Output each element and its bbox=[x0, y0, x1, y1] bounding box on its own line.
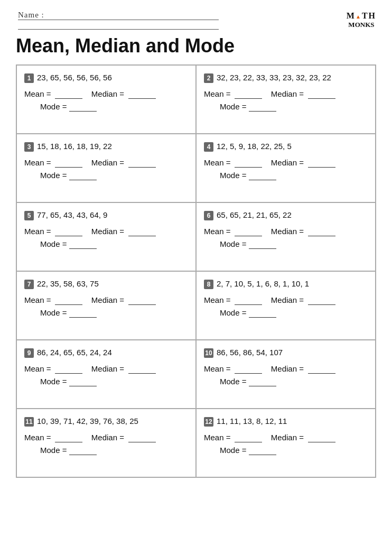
mode-row-11: Mode = bbox=[40, 446, 188, 455]
problem-data-3: 315, 18, 16, 18, 19, 22 bbox=[24, 142, 188, 152]
mean-median-row-10: Mean = Median = bbox=[204, 364, 368, 374]
problem-cell-12: 1211, 11, 13, 8, 12, 11 Mean = Median = … bbox=[196, 409, 376, 477]
median-label-6: Median = bbox=[266, 227, 303, 236]
name-underline bbox=[18, 20, 219, 30]
problem-data-7: 722, 35, 58, 63, 75 bbox=[24, 279, 188, 289]
mean-median-row-11: Mean = Median = bbox=[24, 433, 188, 442]
mode-field-7[interactable] bbox=[69, 308, 97, 318]
median-field-11[interactable] bbox=[128, 433, 156, 442]
mode-field-10[interactable] bbox=[249, 377, 276, 386]
mean-median-row-4: Mean = Median = bbox=[204, 158, 368, 168]
median-field-1[interactable] bbox=[128, 89, 156, 99]
problem-cell-7: 722, 35, 58, 63, 75 Mean = Median = Mode… bbox=[16, 271, 196, 340]
page-title: Mean, Median and Mode bbox=[16, 35, 376, 57]
median-field-4[interactable] bbox=[308, 158, 335, 168]
mean-field-8[interactable] bbox=[235, 295, 262, 305]
median-field-9[interactable] bbox=[128, 364, 156, 374]
mean-field-1[interactable] bbox=[55, 89, 82, 99]
mode-field-8[interactable] bbox=[249, 308, 276, 318]
mean-label-3: Mean = bbox=[24, 158, 51, 167]
median-label-7: Median = bbox=[87, 295, 124, 304]
mode-label-6: Mode = bbox=[220, 239, 246, 248]
median-field-6[interactable] bbox=[308, 227, 335, 236]
mode-field-12[interactable] bbox=[249, 446, 276, 455]
mean-label-4: Mean = bbox=[204, 158, 230, 167]
mode-row-3: Mode = bbox=[40, 171, 188, 180]
logo: M▲TH MONKS bbox=[347, 11, 376, 29]
mean-field-6[interactable] bbox=[235, 227, 262, 236]
median-label-4: Median = bbox=[266, 158, 303, 167]
header: Name : M▲TH MONKS bbox=[16, 11, 376, 30]
logo-triangle: ▲ bbox=[356, 14, 362, 20]
mode-label-8: Mode = bbox=[220, 308, 246, 317]
problem-cell-3: 315, 18, 16, 18, 19, 22 Mean = Median = … bbox=[16, 134, 196, 202]
mode-label-10: Mode = bbox=[220, 377, 246, 386]
problem-data-10: 1086, 56, 86, 54, 107 bbox=[204, 348, 368, 358]
mean-field-4[interactable] bbox=[235, 158, 262, 168]
median-label-2: Median = bbox=[266, 89, 303, 98]
mean-label-12: Mean = bbox=[204, 433, 230, 442]
problem-number-8: 8 bbox=[204, 280, 213, 289]
problem-data-12: 1211, 11, 13, 8, 12, 11 bbox=[204, 417, 368, 427]
problem-number-12: 12 bbox=[204, 417, 213, 427]
median-field-2[interactable] bbox=[308, 89, 335, 99]
problem-cell-6: 665, 65, 21, 21, 65, 22 Mean = Median = … bbox=[196, 202, 376, 271]
problem-cell-11: 1110, 39, 71, 42, 39, 76, 38, 25 Mean = … bbox=[16, 409, 196, 477]
mode-row-10: Mode = bbox=[220, 377, 368, 386]
mean-label-9: Mean = bbox=[24, 364, 51, 373]
logo-math: M▲TH bbox=[347, 11, 376, 21]
median-label-9: Median = bbox=[87, 364, 124, 373]
mode-field-5[interactable] bbox=[69, 239, 97, 249]
median-field-5[interactable] bbox=[128, 227, 156, 236]
mean-field-5[interactable] bbox=[55, 227, 82, 236]
problem-data-11: 1110, 39, 71, 42, 39, 76, 38, 25 bbox=[24, 417, 188, 427]
problem-cell-2: 232, 23, 22, 33, 33, 23, 32, 23, 22 Mean… bbox=[196, 65, 376, 134]
mean-label-1: Mean = bbox=[24, 89, 51, 98]
problem-number-6: 6 bbox=[204, 211, 213, 220]
mean-median-row-2: Mean = Median = bbox=[204, 89, 368, 99]
median-field-8[interactable] bbox=[308, 295, 335, 305]
mean-median-row-3: Mean = Median = bbox=[24, 158, 188, 168]
median-field-10[interactable] bbox=[308, 364, 335, 374]
median-field-3[interactable] bbox=[128, 158, 156, 168]
mode-field-1[interactable] bbox=[69, 102, 97, 112]
median-label-3: Median = bbox=[87, 158, 124, 167]
problem-number-1: 1 bbox=[24, 73, 34, 83]
mean-field-11[interactable] bbox=[55, 433, 82, 442]
mean-median-row-7: Mean = Median = bbox=[24, 295, 188, 305]
problem-data-1: 123, 65, 56, 56, 56, 56 bbox=[24, 73, 188, 83]
mode-field-6[interactable] bbox=[249, 239, 276, 249]
problem-data-8: 82, 7, 10, 5, 1, 6, 8, 1, 10, 1 bbox=[204, 279, 368, 289]
mode-row-1: Mode = bbox=[40, 102, 188, 112]
problem-number-4: 4 bbox=[204, 142, 213, 152]
mode-row-4: Mode = bbox=[220, 171, 368, 180]
mode-field-3[interactable] bbox=[69, 171, 97, 180]
mean-median-row-9: Mean = Median = bbox=[24, 364, 188, 374]
mode-field-9[interactable] bbox=[69, 377, 97, 386]
median-field-7[interactable] bbox=[128, 295, 156, 305]
mean-label-7: Mean = bbox=[24, 295, 51, 304]
problem-cell-4: 412, 5, 9, 18, 22, 25, 5 Mean = Median =… bbox=[196, 134, 376, 202]
problem-cell-10: 1086, 56, 86, 54, 107 Mean = Median = Mo… bbox=[196, 340, 376, 409]
mode-row-9: Mode = bbox=[40, 377, 188, 386]
mean-median-row-8: Mean = Median = bbox=[204, 295, 368, 305]
mean-field-2[interactable] bbox=[235, 89, 262, 99]
mode-field-4[interactable] bbox=[249, 171, 276, 180]
mode-row-6: Mode = bbox=[220, 239, 368, 249]
mode-label-7: Mode = bbox=[40, 308, 67, 317]
mode-field-2[interactable] bbox=[249, 102, 276, 112]
mean-field-9[interactable] bbox=[55, 364, 82, 374]
problem-number-5: 5 bbox=[24, 211, 34, 220]
mean-median-row-5: Mean = Median = bbox=[24, 227, 188, 236]
problem-number-11: 11 bbox=[24, 417, 34, 427]
mean-field-3[interactable] bbox=[55, 158, 82, 168]
mean-label-6: Mean = bbox=[204, 227, 230, 236]
mean-field-7[interactable] bbox=[55, 295, 82, 305]
mean-field-10[interactable] bbox=[235, 364, 262, 374]
problem-data-2: 232, 23, 22, 33, 33, 23, 32, 23, 22 bbox=[204, 73, 368, 83]
mean-field-12[interactable] bbox=[235, 433, 262, 442]
mode-row-8: Mode = bbox=[220, 308, 368, 318]
mode-field-11[interactable] bbox=[69, 446, 97, 455]
name-label: Name : bbox=[18, 11, 219, 20]
median-field-12[interactable] bbox=[308, 433, 335, 442]
